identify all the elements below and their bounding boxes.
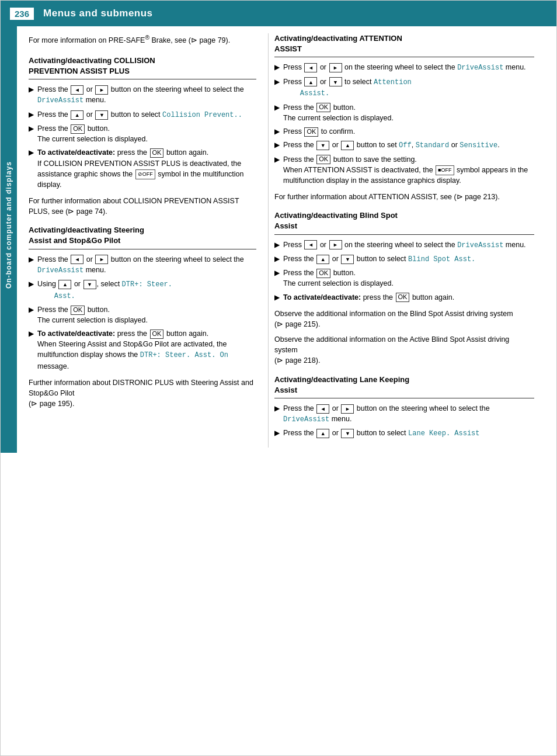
list-item: ▶ Press the or button on the steering wh… bbox=[29, 254, 256, 276]
li-content: To activate/deactivate: press the OK but… bbox=[283, 292, 534, 303]
bullet-arrow: ▶ bbox=[274, 140, 280, 150]
menu-option: Collision Prevent.. bbox=[162, 111, 242, 119]
tri-down-icon bbox=[333, 78, 338, 87]
tri-up-icon bbox=[345, 141, 350, 150]
li-content: Press the or button to set Off, Standard… bbox=[283, 140, 534, 151]
section1-divider bbox=[29, 79, 256, 79]
li-content: Press the or button on the steering whee… bbox=[37, 254, 256, 276]
li-content: Press the OK button.The current selectio… bbox=[283, 268, 534, 289]
attention-assist-bullets: ▶ Press or on the steering wheel to sele… bbox=[274, 62, 534, 186]
menu-option: Lane Keep. Assist bbox=[408, 429, 479, 438]
bullet-arrow: ▶ bbox=[29, 124, 34, 134]
li-content: Press the or button on the steering whee… bbox=[283, 403, 534, 425]
section2-heading: Activating/deactivating SteeringAssist a… bbox=[29, 225, 256, 246]
ok-btn: OK bbox=[304, 127, 318, 137]
list-item: ▶ Press or to select Attention Assist. bbox=[274, 77, 534, 99]
left-btn bbox=[304, 240, 317, 249]
li-content: To activate/deactivate: press the OK but… bbox=[37, 328, 256, 372]
list-item: ▶ Press or on the steering wheel to sele… bbox=[274, 240, 534, 251]
li-content: Press or on the steering wheel to select… bbox=[283, 62, 534, 73]
menu-option: DTR+: Steer. Asst. bbox=[37, 280, 172, 300]
main-content: For more information on PRE-SAFE® Brake,… bbox=[17, 26, 556, 448]
ok-btn: OK bbox=[150, 148, 164, 158]
section-lane-divider bbox=[274, 398, 534, 398]
tri-right-icon bbox=[333, 63, 338, 72]
menu-option: Attention Assist. bbox=[283, 78, 412, 98]
further-info: For further information about COLLISION … bbox=[29, 196, 256, 217]
section-attention-assist: Activating/deactivating ATTENTIONASSIST … bbox=[274, 33, 534, 202]
bullet-arrow: ▶ bbox=[274, 254, 280, 264]
ok-btn: OK bbox=[396, 293, 410, 302]
li-content: Press the OK button.The current selectio… bbox=[37, 123, 256, 144]
bullet-arrow: ▶ bbox=[274, 293, 280, 303]
option-standard: Standard bbox=[416, 141, 450, 150]
li-content: To activate/deactivate: press the OK but… bbox=[37, 147, 256, 190]
bullet-arrow: ▶ bbox=[274, 103, 280, 113]
menu-option: Blind Spot Asst. bbox=[408, 255, 475, 263]
bullet-arrow: ▶ bbox=[274, 240, 280, 250]
section-blind-heading: Activating/deactivating Blind SpotAssist bbox=[274, 210, 534, 231]
further-info: Further information about DISTRONIC PLUS… bbox=[29, 377, 256, 409]
right-column: Activating/deactivating ATTENTIONASSIST … bbox=[268, 33, 546, 448]
bullet-arrow: ▶ bbox=[274, 428, 280, 438]
section2-divider bbox=[29, 249, 256, 249]
right-btn bbox=[329, 63, 342, 72]
list-item: ▶ Press the or button on the steering wh… bbox=[29, 84, 256, 106]
bullet-arrow: ▶ bbox=[29, 148, 34, 158]
bullet-arrow: ▶ bbox=[29, 279, 34, 289]
li-content: Press the OK button.The current selectio… bbox=[283, 102, 534, 123]
menu-name: DriveAssist bbox=[457, 241, 503, 249]
list-item: ▶ Using or , select DTR+: Steer. Asst. bbox=[29, 279, 256, 301]
bullet-arrow: ▶ bbox=[29, 305, 34, 315]
down-btn bbox=[329, 77, 342, 86]
tri-down-icon bbox=[99, 110, 105, 120]
up-btn bbox=[316, 429, 329, 438]
list-item: ▶ To activate/deactivate: press the OK b… bbox=[274, 292, 534, 303]
tri-up-icon bbox=[321, 429, 326, 438]
left-btn bbox=[71, 255, 83, 264]
list-item: ▶ To activate/deactivate: press the OK b… bbox=[29, 147, 256, 190]
list-item: ▶ Press the or button to select Lane Kee… bbox=[274, 428, 534, 439]
ok-btn: OK bbox=[150, 330, 164, 339]
menu-name: DriveAssist bbox=[457, 64, 503, 72]
att-further-info: For further information about ATTENTION … bbox=[274, 192, 534, 202]
bullet-arrow: ▶ bbox=[274, 63, 280, 72]
blind-further-info1: Observe the additional information on th… bbox=[274, 308, 534, 330]
tri-down-icon bbox=[321, 141, 326, 150]
li-content: Press the or button to select Lane Keep.… bbox=[283, 428, 534, 439]
section-lane-keeping: Activating/deactivating Lane KeepingAssi… bbox=[274, 374, 534, 439]
bullet-arrow: ▶ bbox=[274, 155, 280, 165]
tri-left-icon bbox=[321, 404, 326, 414]
tri-right-icon bbox=[333, 240, 338, 249]
li-content: Press the OK button to save the setting.… bbox=[283, 154, 534, 186]
tri-up-icon bbox=[321, 255, 326, 264]
list-item: ▶ Press OK to confirm. bbox=[274, 126, 534, 137]
left-btn bbox=[304, 63, 317, 72]
up-btn bbox=[341, 141, 354, 150]
page-number: 236 bbox=[10, 8, 34, 20]
bullet-arrow: ▶ bbox=[29, 255, 34, 265]
bullet-arrow: ▶ bbox=[274, 77, 280, 87]
li-content: Press OK to confirm. bbox=[283, 126, 534, 137]
section2-bullets: ▶ Press the or button on the steering wh… bbox=[29, 254, 256, 372]
menu-name: DriveAssist bbox=[283, 415, 329, 424]
tri-left-icon bbox=[75, 255, 80, 264]
tri-left-icon bbox=[75, 85, 80, 95]
right-btn bbox=[95, 255, 108, 264]
li-content: Press the OK button.The current selectio… bbox=[37, 304, 256, 325]
ok-btn: OK bbox=[316, 269, 330, 278]
ok-btn: OK bbox=[316, 103, 330, 112]
tri-down-icon bbox=[345, 429, 350, 438]
ok-btn: OK bbox=[71, 124, 85, 134]
lane-keeping-bullets: ▶ Press the or button on the steering wh… bbox=[274, 403, 534, 439]
down-btn bbox=[83, 280, 96, 289]
down-btn bbox=[95, 110, 108, 120]
ok-btn: OK bbox=[316, 155, 330, 164]
bullet-arrow: ▶ bbox=[29, 110, 34, 120]
menu-name: DriveAssist bbox=[37, 266, 83, 275]
list-item: ▶ Press the OK button to save the settin… bbox=[274, 154, 534, 186]
tri-down-icon bbox=[345, 255, 350, 264]
section-lane-heading: Activating/deactivating Lane KeepingAssi… bbox=[274, 374, 534, 396]
bold-text: To activate/deactivate: bbox=[37, 330, 115, 338]
list-item: ▶ Press or on the steering wheel to sele… bbox=[274, 62, 534, 73]
